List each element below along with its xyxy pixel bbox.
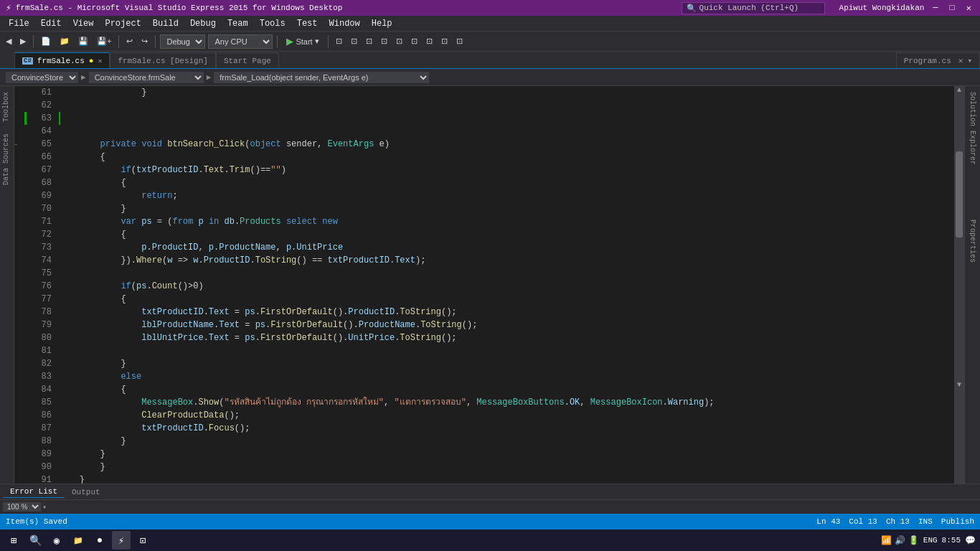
error-list-tab[interactable]: Error List [3, 486, 65, 498]
breadcrumb-bar: ConvinceStore ▶ ConvinceStore.frmSale ▶ … [0, 69, 980, 86]
toolbar-extra5[interactable]: ⊡ [393, 35, 405, 47]
ln-89: 89 [27, 448, 52, 461]
ln-88: 88 [27, 435, 52, 448]
menu-help[interactable]: Help [366, 17, 398, 30]
code-line-78: txtProductID.Text = ps.FirstOrDefault().… [59, 306, 954, 319]
tab-frmsale-cs[interactable]: C# frmSale.cs ● ✕ [14, 52, 110, 68]
taskbar-vs[interactable]: ⚡ [112, 531, 131, 550]
zoom-select[interactable]: 100 % [3, 502, 41, 512]
ln-91: 91 [27, 474, 52, 484]
taskbar-file-explorer[interactable]: 📁 [69, 531, 88, 550]
code-editor[interactable]: } private void btnSearch_Click(object se… [56, 86, 954, 484]
menu-team[interactable]: Team [222, 17, 254, 30]
output-tab[interactable]: Output [65, 486, 108, 498]
gutter-line-86 [14, 409, 24, 422]
menu-tools[interactable]: Tools [254, 17, 291, 30]
tab-dropdown-icon[interactable]: ▾ [967, 56, 972, 65]
menu-build[interactable]: Build [147, 17, 184, 30]
namespace-dropdown[interactable]: ConvinceStore [6, 72, 78, 83]
code-line-69: return; [59, 189, 954, 202]
code-line-80: lblUnitPrice.Text = ps.FirstOrDefault().… [59, 331, 954, 344]
ln-63: 63 [27, 112, 52, 125]
marker-63 [24, 112, 27, 125]
toolbar-forward[interactable]: ▶ [17, 35, 29, 47]
toolbar-extra1[interactable]: ⊡ [333, 35, 345, 47]
quick-launch-area[interactable]: 🔍 Quick Launch (Ctrl+Q) [682, 2, 825, 14]
method-dropdown[interactable]: frmSale_Load(object sender, EventArgs e) [214, 72, 429, 83]
menu-window[interactable]: Window [324, 17, 366, 30]
toolbar-open[interactable]: 📁 [57, 35, 72, 47]
start-label: Start [296, 37, 312, 46]
toolbar-extra8[interactable]: ⊡ [438, 35, 451, 47]
toolbar-new[interactable]: 📄 [38, 35, 54, 47]
gutter-line-87 [14, 422, 24, 435]
vertical-scrollbar[interactable]: ▲ ▼ [954, 86, 964, 484]
properties-tab[interactable]: Properties [966, 214, 979, 268]
taskbar-app1[interactable]: ⊡ [133, 531, 152, 550]
minimize-btn[interactable]: ─ [930, 3, 941, 13]
menu-test[interactable]: Test [291, 17, 324, 30]
publish-btn[interactable]: Publish [941, 517, 974, 526]
battery-icon: 🔋 [908, 535, 919, 546]
gutter-line-62 [14, 99, 24, 112]
class-dropdown[interactable]: ConvinceStore.frmSale [89, 72, 204, 83]
code-line-68: { [59, 176, 954, 189]
ln-65: 65 [27, 138, 52, 151]
code-line-67: if(txtProductID.Text.Trim()=="") [59, 164, 954, 176]
left-side-panels: Toolbox Data Sources [0, 86, 14, 484]
gutter-line-85 [14, 396, 24, 409]
scroll-thumb[interactable] [956, 151, 963, 237]
toolbar-back[interactable]: ◀ [3, 35, 14, 47]
debug-config-select[interactable]: Debug [160, 34, 205, 49]
editor-main: − [14, 86, 964, 484]
tab-program-close[interactable]: ✕ [958, 56, 963, 65]
toolbar-extra6[interactable]: ⊡ [408, 35, 420, 47]
taskbar-right: 📶 🔊 🔋 ENG 8:55 💬 [881, 535, 976, 546]
scroll-down-btn[interactable]: ▼ [954, 381, 964, 389]
gutter-line-68 [14, 176, 24, 189]
gutter-line-65[interactable]: − [14, 138, 24, 151]
toolbar-undo[interactable]: ↩ [123, 35, 136, 47]
taskbar-cortana[interactable]: ◉ [47, 531, 66, 550]
menu-edit[interactable]: Edit [35, 17, 67, 30]
toolbar-save-all[interactable]: 💾+ [94, 35, 114, 47]
ln-72: 72 [27, 228, 52, 241]
notification-icon[interactable]: 💬 [965, 535, 976, 546]
ln-67: 67 [27, 164, 52, 176]
search-icon: 🔍 [687, 4, 697, 13]
right-side-panels: Solution Explorer Properties [964, 86, 980, 484]
scroll-up-btn[interactable]: ▲ [954, 86, 964, 94]
ch-info: Ch 13 [886, 517, 910, 526]
toolbox-tab[interactable]: Toolbox [0, 86, 14, 128]
tab-design-label: frmSale.cs [Design] [118, 57, 207, 65]
menu-view[interactable]: View [67, 17, 100, 30]
toolbar-save[interactable]: 💾 [75, 35, 91, 47]
ln-87: 87 [27, 422, 52, 435]
tab-close-btn[interactable]: ✕ [98, 57, 102, 65]
taskbar-chrome[interactable]: ● [90, 531, 109, 550]
toolbar-extra7[interactable]: ⊡ [423, 35, 435, 47]
menu-debug[interactable]: Debug [184, 17, 222, 30]
tab-start-page[interactable]: Start Page [216, 52, 279, 68]
solution-explorer-tab[interactable]: Solution Explorer [966, 86, 979, 171]
toolbar-redo[interactable]: ↪ [138, 35, 151, 47]
code-line-86: ClearProductData(); [59, 409, 954, 422]
ln-61: 61 [27, 86, 52, 99]
toolbar-extra9[interactable]: ⊡ [453, 35, 466, 47]
start-menu-btn[interactable]: ⊞ [4, 531, 23, 550]
menu-project[interactable]: Project [99, 17, 146, 30]
maximize-btn[interactable]: □ [947, 3, 958, 13]
zoom-icon[interactable]: ▾ [42, 503, 47, 512]
taskbar-search[interactable]: 🔍 [26, 531, 44, 550]
toolbar-extra2[interactable]: ⊡ [348, 35, 360, 47]
data-sources-tab[interactable]: Data Sources [0, 128, 14, 191]
close-btn[interactable]: ✕ [963, 3, 974, 14]
ln-70: 70 [27, 202, 52, 215]
toolbar-extra4[interactable]: ⊡ [378, 35, 390, 47]
tab-frmsale-design[interactable]: frmSale.cs [Design] [110, 52, 215, 68]
menu-file[interactable]: File [3, 17, 35, 30]
start-button[interactable]: ▶ Start ▾ [282, 35, 323, 47]
platform-select[interactable]: Any CPU [208, 34, 273, 49]
toolbar-extra3[interactable]: ⊡ [363, 35, 375, 47]
tab-program-cs[interactable]: Program.cs ✕ ▾ [896, 52, 980, 68]
